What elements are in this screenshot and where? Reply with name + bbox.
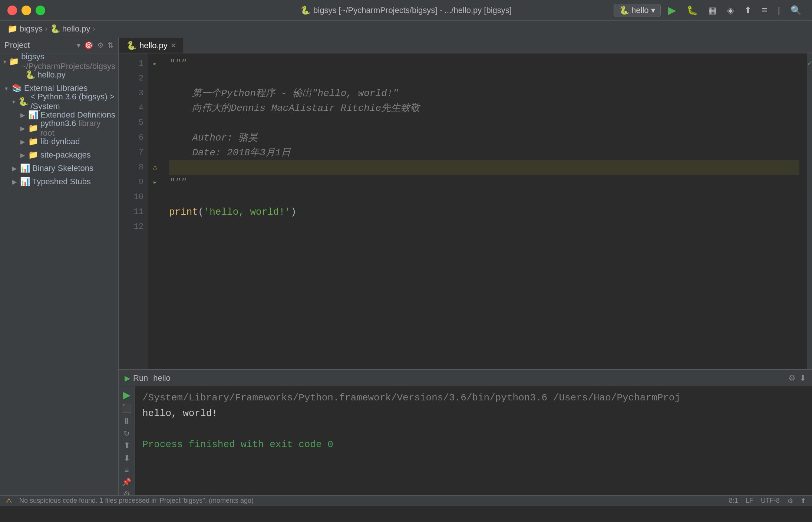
status-bar-right: 8:1 LF UTF-8 ⚙ ⬆: [729, 497, 806, 505]
line-numbers: 1 2 3 4 5 6 7 8 9 10 11 12: [119, 53, 148, 369]
tree-item-typeshed-stubs[interactable]: ▶ 📊 Typeshed Stubs: [0, 175, 118, 188]
search-everywhere-button[interactable]: 🔍: [788, 4, 805, 17]
sidebar-scope-button[interactable]: 🎯: [84, 41, 93, 50]
gutter-2: [148, 71, 162, 86]
main-layout: Project ▾ 🎯 ⚙ ⇅ ▾ 📁 bigsys ~/PycharmProj…: [0, 37, 812, 495]
sidebar-dropdown-button[interactable]: ▾: [77, 41, 80, 50]
code-string: 'hello, world!': [204, 207, 291, 218]
code-line-1: """: [169, 56, 799, 71]
sidebar-sort-button[interactable]: ⇅: [108, 41, 114, 50]
gutter-7: [148, 145, 162, 160]
gutter-10: [148, 190, 162, 205]
sidebar-settings-button[interactable]: ⚙: [97, 41, 104, 50]
run-stop-button[interactable]: ⬛: [120, 404, 133, 413]
breadcrumb-project[interactable]: bigsys: [20, 24, 43, 34]
tree-item-binary-skeletons[interactable]: ▶ 📊 Binary Skeletons: [0, 162, 118, 175]
tree-label-python36-root: python3.6 library root: [40, 119, 115, 138]
vcs-button[interactable]: ⬆: [741, 4, 755, 17]
run-config-dropdown-icon: ▾: [651, 6, 655, 15]
binary-icon: 📊: [20, 163, 30, 173]
tree-item-python36[interactable]: ▾ 🐍 < Python 3.6 (bigsys) > /System: [0, 95, 118, 108]
run-stack-button[interactable]: ≡: [120, 466, 133, 475]
code-line-11: print('hello, world!'): [169, 205, 799, 219]
tree-item-bigsys[interactable]: ▾ 📁 bigsys ~/PycharmProjects/bigsys: [0, 55, 118, 68]
tab-hello-py[interactable]: 🐍 hello.py ✕: [119, 38, 184, 53]
gutter: ▸ ⚠ ▸: [148, 53, 162, 369]
maximize-button[interactable]: [36, 6, 45, 15]
run-pause-button[interactable]: ⏸: [120, 416, 133, 426]
line-num-6: 6: [119, 130, 143, 145]
gutter-8: ⚠: [148, 160, 162, 175]
terminal-button[interactable]: ≡: [759, 3, 770, 17]
typeshed-icon: 📊: [20, 177, 30, 186]
code-line-5: [169, 116, 799, 130]
code-line-9: """: [169, 175, 799, 190]
line-separator[interactable]: LF: [746, 497, 753, 505]
code-editor[interactable]: 1 2 3 4 5 6 7 8 9 10 11 12 ▸: [119, 53, 812, 369]
run-content: ▶ ⬛ ⏸ ↻ ⬆ ⬇ ≡ 📌 ⚙ 🗑 ✕ /System/Library/Fr…: [119, 386, 812, 495]
run-output-exit: Process finished with exit code 0: [142, 437, 805, 452]
ext-defs-icon: 📊: [28, 110, 38, 120]
tree-item-python36-root[interactable]: ▶ 📁 python3.6 library root: [0, 122, 118, 135]
run-gear2-button[interactable]: ⚙: [120, 489, 133, 495]
run-configuration-button[interactable]: 🐍 hello ▾: [614, 4, 660, 17]
settings-button[interactable]: |: [775, 4, 783, 17]
code-paren-open: (: [198, 207, 204, 218]
debug-button[interactable]: 🐛: [684, 4, 701, 17]
breadcrumb-file[interactable]: hello.py: [62, 24, 90, 34]
close-button[interactable]: [7, 6, 17, 15]
profile-button[interactable]: ◈: [724, 4, 737, 17]
run-scroll-button[interactable]: ⬇: [799, 373, 806, 383]
run-play-button[interactable]: ▶: [120, 389, 133, 401]
run-down-button[interactable]: ⬇: [120, 453, 133, 463]
cursor-position[interactable]: 8:1: [729, 497, 738, 505]
title-icon: 🐍: [300, 6, 310, 15]
run-settings-button[interactable]: ⚙: [788, 373, 796, 383]
right-indicator: ✓: [807, 53, 812, 369]
code-line-10: [169, 190, 799, 205]
code-line-6: Author: 骆昊: [169, 130, 799, 145]
project-tree: ▾ 📁 bigsys ~/PycharmProjects/bigsys 🐍 he…: [0, 53, 118, 495]
arrow-icon: ▶: [19, 152, 26, 159]
gutter-12: [148, 219, 162, 234]
folder-icon: 📁: [28, 137, 38, 146]
line-num-8: 8: [119, 160, 143, 175]
breadcrumb: 📁 bigsys › 🐍 hello.py ›: [0, 21, 812, 37]
library-icon: 📚: [12, 83, 22, 93]
git-icon-status[interactable]: ⬆: [801, 497, 806, 505]
settings-icon-status[interactable]: ⚙: [787, 497, 793, 505]
code-builtin-print: print: [169, 207, 198, 218]
run-rerun-button[interactable]: ↻: [120, 429, 133, 438]
run-button[interactable]: ▶: [665, 3, 679, 18]
arrow-icon: ▾: [3, 58, 7, 65]
traffic-lights: [7, 6, 45, 15]
run-pin-button[interactable]: 📌: [120, 478, 133, 486]
run-tab[interactable]: ▶ Run hello: [125, 373, 171, 383]
arrow-icon: ▶: [11, 178, 18, 185]
tab-close-button[interactable]: ✕: [171, 42, 176, 50]
arrow-icon: ▾: [11, 98, 16, 105]
arrow-icon: ▶: [19, 138, 26, 145]
code-content[interactable]: """ 第一个Python程序 - 输出"hello, world!" 向伟大的…: [162, 53, 807, 369]
run-controls: ▶ ⬛ ⏸ ↻ ⬆ ⬇ ≡ 📌 ⚙ 🗑 ✕: [119, 386, 135, 495]
run-up-button[interactable]: ⬆: [120, 441, 133, 450]
encoding[interactable]: UTF-8: [761, 497, 780, 505]
tree-label-binary-skeletons: Binary Skeletons: [32, 163, 93, 173]
line-num-5: 5: [119, 116, 143, 130]
status-message: No suspicious code found. 1 files proces…: [19, 497, 254, 505]
code-line-12: [169, 219, 799, 234]
minimize-button[interactable]: [22, 6, 31, 15]
warning-icon: ⚠: [6, 497, 12, 505]
coverage-button[interactable]: ▦: [705, 4, 720, 17]
run-toolbar: ▶ Run hello ⚙ ⬇: [119, 370, 812, 386]
sidebar-toolbar: Project ▾ 🎯 ⚙ ⇅: [0, 37, 118, 53]
tree-item-site-packages[interactable]: ▶ 📁 site-packages: [0, 148, 118, 162]
run-tab-label: Run: [133, 373, 148, 383]
run-tab-run-icon: ▶: [125, 374, 130, 383]
code-line-2: [169, 71, 799, 86]
gutter-5: [148, 116, 162, 130]
tab-file-icon: 🐍: [126, 41, 136, 50]
folder-icon: 📁: [9, 57, 19, 66]
line-num-11: 11: [119, 205, 143, 219]
gutter-3: [148, 86, 162, 101]
